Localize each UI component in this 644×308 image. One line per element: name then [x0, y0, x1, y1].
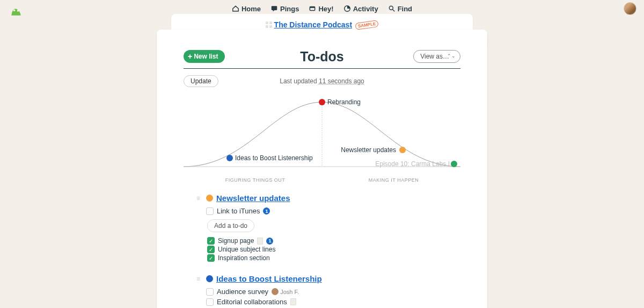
nav-hey[interactable]: Hey!: [309, 5, 333, 13]
checkbox-checked[interactable]: ✓: [207, 254, 215, 262]
checkbox-checked[interactable]: ✓: [207, 237, 215, 245]
plus-icon: +: [188, 53, 192, 60]
nav-find-label: Find: [398, 5, 412, 13]
hill-label-episode: Episode 10: Carma Labs I: [375, 160, 450, 168]
main-panel: + New list To-dos View as… ⌃⌄ Update Las…: [157, 30, 487, 308]
svg-rect-4: [310, 7, 315, 8]
view-as-button[interactable]: View as… ⌃⌄: [413, 50, 460, 63]
hill-label-newsletter: Newsletter updates: [341, 146, 396, 154]
todo-item-completed[interactable]: ✓ Signup page 1: [207, 237, 460, 245]
todo-item[interactable]: ≡ Editorial collaborations: [196, 297, 460, 307]
new-list-label: New list: [194, 53, 218, 60]
svg-rect-2: [272, 6, 277, 10]
grid-icon: [266, 22, 272, 28]
todo-text: Unique subject lines: [218, 246, 275, 253]
todo-item[interactable]: ≡ Link to iTunes 1: [196, 206, 460, 216]
nav-hey-label: Hey!: [318, 5, 333, 13]
axis-right: MAKING IT HAPPEN: [369, 177, 419, 183]
sample-badge: SAMPLE: [355, 20, 379, 30]
update-button[interactable]: Update: [184, 75, 218, 87]
todo-text: Inspiration section: [218, 254, 270, 262]
drag-handle-icon[interactable]: ≡: [196, 277, 203, 281]
list-title-link[interactable]: Ideas to Boost Listenership: [216, 274, 322, 283]
new-list-button[interactable]: + New list: [184, 50, 225, 63]
hill-label-ideas: Ideas to Boost Listenership: [235, 154, 313, 162]
todo-text: Signup page: [218, 237, 254, 245]
svg-point-6: [389, 6, 393, 10]
hill-dot-newsletter[interactable]: [399, 147, 406, 153]
nav-pings[interactable]: Pings: [270, 5, 299, 13]
checkbox[interactable]: [206, 288, 214, 296]
view-as-label: View as…: [420, 53, 449, 60]
nav-home-label: Home: [241, 5, 261, 13]
hill-label-rebranding: Rebranding: [327, 98, 361, 106]
assignee[interactable]: Josh F.: [272, 288, 299, 295]
caret-icon: ⌃⌄: [447, 53, 456, 59]
axis-left: FIGURING THINGS OUT: [225, 177, 285, 183]
checkbox-checked[interactable]: ✓: [207, 246, 215, 253]
nav-activity-label: Activity: [353, 5, 378, 13]
project-link[interactable]: The Distance Podcast: [274, 20, 353, 29]
list-title-link[interactable]: Newsletter updates: [216, 194, 290, 203]
hill-dot-episode[interactable]: [451, 161, 457, 167]
comment-count-badge[interactable]: 1: [266, 238, 273, 245]
comment-count-badge[interactable]: 1: [263, 207, 270, 214]
svg-rect-11: [269, 25, 272, 28]
nav-activity[interactable]: Activity: [343, 5, 378, 13]
drag-handle-icon[interactable]: ≡: [196, 197, 203, 200]
nav-home[interactable]: Home: [232, 5, 261, 13]
todo-text: Editorial collaborations: [217, 298, 287, 306]
hill-dot-ideas[interactable]: [226, 155, 233, 161]
add-todo-button[interactable]: Add a to-do: [207, 219, 254, 232]
svg-rect-8: [266, 22, 268, 24]
nav-find[interactable]: Find: [388, 5, 412, 13]
checkbox[interactable]: [206, 207, 214, 215]
svg-line-7: [392, 10, 394, 12]
todo-list-newsletter: ≡ Newsletter updates ≡ Link to iTunes 1 …: [196, 194, 460, 262]
page-title: To-dos: [300, 49, 343, 65]
hill-dot-rebranding[interactable]: [319, 99, 325, 105]
user-avatar[interactable]: [624, 2, 636, 15]
todo-item-completed[interactable]: ✓ Inspiration section: [207, 254, 460, 262]
nav-pings-label: Pings: [280, 5, 299, 13]
last-updated: Last updated 11 seconds ago: [280, 77, 364, 85]
assignee-name: Josh F.: [280, 289, 299, 295]
doc-icon[interactable]: [257, 238, 263, 245]
todo-text: Audience survey: [217, 288, 268, 296]
last-updated-time[interactable]: 11 seconds ago: [319, 77, 364, 85]
checkbox[interactable]: [206, 298, 214, 306]
list-dot: [206, 195, 213, 202]
todo-text: Link to iTunes: [217, 207, 260, 215]
todo-list-ideas: ≡ Ideas to Boost Listenership ≡ Audience…: [196, 274, 460, 308]
list-dot: [206, 275, 213, 282]
hill-chart: Ideas to Boost Listenership Rebranding N…: [184, 91, 460, 172]
todo-item[interactable]: ≡ Audience survey Josh F.: [196, 286, 460, 297]
svg-rect-10: [266, 25, 268, 28]
doc-icon[interactable]: [290, 298, 296, 305]
svg-rect-9: [269, 22, 272, 24]
avatar-icon: [272, 288, 279, 295]
todo-item-completed[interactable]: ✓ Unique subject lines: [207, 245, 460, 254]
